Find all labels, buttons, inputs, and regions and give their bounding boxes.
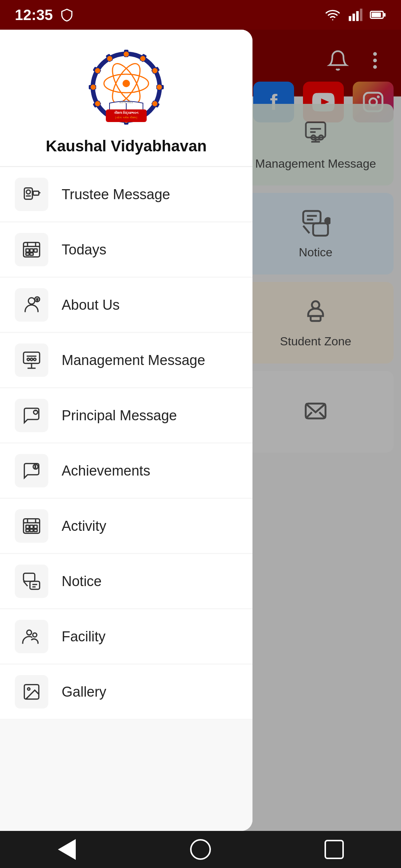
svg-point-57 bbox=[91, 85, 96, 90]
svg-rect-107 bbox=[23, 573, 35, 581]
menu-item-achievements[interactable]: ! Achievements bbox=[0, 444, 252, 498]
svg-rect-102 bbox=[30, 525, 33, 529]
svg-rect-78 bbox=[26, 249, 29, 252]
svg-rect-105 bbox=[30, 529, 33, 532]
svg-rect-80 bbox=[34, 249, 38, 252]
svg-rect-106 bbox=[34, 529, 38, 532]
activity-label: Activity bbox=[62, 518, 106, 534]
status-time: 12:35 bbox=[15, 7, 74, 23]
svg-point-51 bbox=[157, 85, 162, 90]
svg-text:ESTD 2011: ESTD 2011 bbox=[120, 101, 133, 103]
home-button[interactable] bbox=[186, 835, 215, 864]
shield-icon bbox=[60, 8, 74, 22]
notice-label: Notice bbox=[62, 573, 102, 589]
bottom-navigation bbox=[0, 831, 401, 868]
svg-rect-28 bbox=[349, 16, 351, 21]
svg-point-90 bbox=[27, 358, 30, 361]
trustee-message-label: Trustee Message bbox=[62, 187, 170, 203]
menu-item-trustee-message[interactable]: Trustee Message bbox=[0, 167, 252, 222]
recents-button[interactable] bbox=[319, 835, 349, 864]
about-us-label: About Us bbox=[62, 297, 120, 313]
svg-rect-101 bbox=[26, 525, 29, 529]
todays-label: Todays bbox=[62, 242, 106, 258]
svg-rect-104 bbox=[26, 529, 29, 532]
activity-icon bbox=[15, 509, 48, 543]
menu-item-facility[interactable]: Facility bbox=[0, 609, 252, 664]
principal-message-label: Principal Message bbox=[62, 408, 177, 424]
svg-text:!: ! bbox=[35, 465, 36, 468]
navigation-drawer: કૌશલ વિદ્યાભવન | યોગઃ કર્મસ કૌશલ | ESTD … bbox=[0, 30, 252, 831]
facility-icon bbox=[15, 620, 48, 653]
svg-rect-33 bbox=[372, 13, 381, 17]
menu-item-activity[interactable]: Activity bbox=[0, 499, 252, 553]
menu-item-about-us[interactable]: ? About Us bbox=[0, 278, 252, 332]
svg-point-111 bbox=[27, 630, 32, 635]
svg-point-92 bbox=[33, 358, 36, 361]
status-icons bbox=[325, 7, 386, 22]
status-bar: 12:35 bbox=[0, 0, 401, 30]
svg-rect-34 bbox=[384, 13, 386, 16]
svg-text:?: ? bbox=[36, 298, 38, 301]
app-logo: કૌશલ વિદ્યાભવન | યોગઃ કર્મસ કૌશલ | ESTD … bbox=[85, 48, 167, 130]
drawer-header: કૌશલ વિદ્યાભવન | યોગઃ કર્મસ કૌશલ | ESTD … bbox=[0, 30, 252, 167]
svg-rect-30 bbox=[356, 11, 359, 21]
svg-rect-29 bbox=[352, 14, 355, 21]
svg-rect-72 bbox=[33, 191, 39, 195]
svg-point-48 bbox=[124, 52, 129, 57]
menu-item-principal-message[interactable]: Principal Message bbox=[0, 388, 252, 443]
svg-rect-81 bbox=[26, 253, 29, 256]
svg-rect-79 bbox=[30, 249, 33, 252]
wifi-icon bbox=[325, 7, 340, 22]
svg-point-70 bbox=[26, 190, 30, 194]
svg-point-112 bbox=[33, 633, 37, 637]
drawer-menu: Trustee Message Todays bbox=[0, 167, 252, 831]
menu-item-gallery[interactable]: Gallery bbox=[0, 665, 252, 719]
gallery-icon bbox=[15, 675, 48, 708]
notice-icon bbox=[15, 565, 48, 598]
facility-label: Facility bbox=[62, 629, 105, 645]
todays-icon bbox=[15, 233, 48, 266]
svg-point-83 bbox=[28, 298, 35, 304]
gallery-label: Gallery bbox=[62, 684, 106, 700]
svg-text:કૌશલ વિદ્યાભવન: કૌશલ વિદ્યાભવન bbox=[114, 111, 139, 115]
battery-icon bbox=[370, 7, 386, 22]
trustee-message-icon bbox=[15, 178, 48, 211]
svg-text:| યોગઃ કર્મસ કૌશલ |: | યોગઃ કર્મસ કૌશલ | bbox=[115, 116, 137, 119]
svg-point-63 bbox=[123, 80, 130, 87]
management-message-label: Management Message bbox=[62, 352, 205, 368]
svg-rect-82 bbox=[30, 253, 33, 256]
menu-item-management-message[interactable]: Management Message bbox=[0, 333, 252, 388]
achievements-label: Achievements bbox=[62, 463, 150, 479]
svg-rect-103 bbox=[34, 525, 38, 529]
back-button[interactable] bbox=[52, 835, 82, 864]
achievements-icon: ! bbox=[15, 454, 48, 487]
svg-rect-31 bbox=[360, 9, 362, 21]
app-name: Kaushal Vidyabhavan bbox=[46, 137, 206, 155]
signal-icon bbox=[348, 7, 362, 22]
management-message-icon bbox=[15, 343, 48, 377]
svg-point-91 bbox=[30, 358, 33, 361]
about-us-icon: ? bbox=[15, 288, 48, 322]
menu-item-todays[interactable]: Todays bbox=[0, 223, 252, 277]
svg-point-114 bbox=[27, 688, 30, 690]
menu-item-notice[interactable]: Notice bbox=[0, 554, 252, 609]
principal-message-icon bbox=[15, 399, 48, 432]
svg-rect-108 bbox=[30, 581, 40, 589]
